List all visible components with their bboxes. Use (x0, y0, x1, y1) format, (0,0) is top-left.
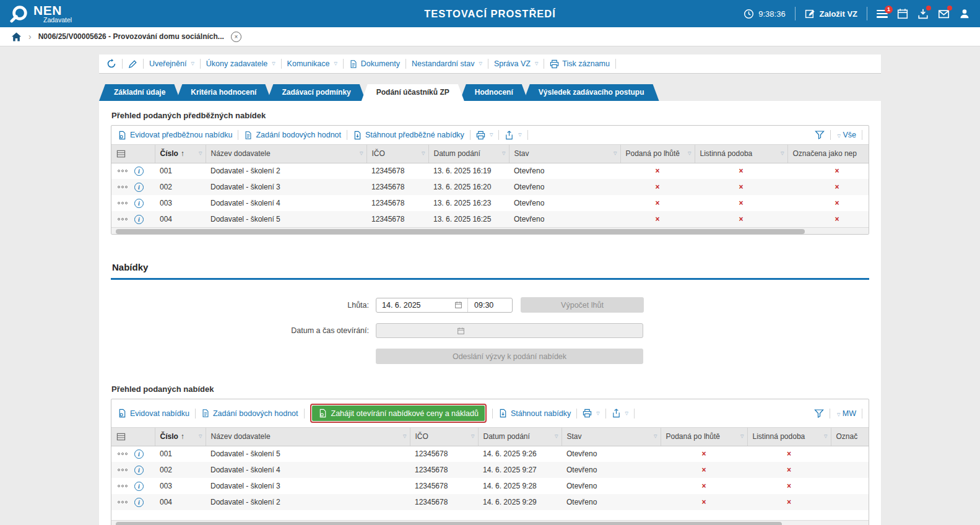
nen-logo[interactable]: NEN Zadavatel (10, 4, 72, 24)
filter-caret-icon[interactable]: ▽ (654, 434, 657, 439)
messages-button[interactable] (938, 8, 950, 20)
enter-points-button[interactable]: Zadání bodových hodnot (244, 131, 341, 140)
info-icon[interactable]: i (134, 498, 144, 507)
filter-caret-icon[interactable]: ▽ (781, 151, 784, 156)
column-header-oznacena[interactable]: Označena jako nep▽ (787, 145, 869, 163)
print-grid-button[interactable]: ▽ (476, 131, 493, 140)
tab-kriteria-hodnoceni[interactable]: Kritéria hodnocení (176, 84, 271, 101)
tab-zadavaci-podminky[interactable]: Zadávací podmínky (267, 84, 365, 101)
info-icon[interactable]: i (134, 183, 144, 192)
deadline-date-value[interactable]: 14. 6. 2025 (376, 301, 454, 310)
row-menu-icon[interactable] (118, 202, 129, 204)
table-row[interactable]: i 003 Dodavatel - školení 4 12345678 13.… (111, 195, 869, 211)
opening-datetime-input[interactable] (376, 323, 643, 338)
print-grid-button[interactable]: ▽ (583, 409, 599, 418)
register-offer-button[interactable]: Evidovat nabídku (118, 409, 189, 418)
tab-podani-ucastniku-zp[interactable]: Podání účastníků ZP (362, 84, 464, 101)
calendar-picker-icon[interactable] (457, 327, 465, 335)
filter-caret-icon[interactable]: ▽ (471, 434, 474, 439)
filter-caret-icon[interactable]: ▽ (614, 151, 617, 156)
deadline-time-value[interactable]: 09:30 (467, 298, 512, 312)
start-opening-offers-button[interactable]: Zahájit otevírání nabídkové ceny a nákla… (312, 406, 485, 421)
download-prelim-offers-button[interactable]: Stáhnout předběžné nabídky (353, 131, 464, 140)
table-row[interactable]: i 001 Dodavatel - školení 5 12345678 14.… (111, 446, 869, 462)
deadline-datetime-input[interactable]: 14. 6. 2025 09:30 (376, 298, 513, 313)
edit-button[interactable] (128, 59, 137, 69)
column-header-dodavatel[interactable]: Název dodavatele▽ (206, 428, 410, 446)
menu-dokumenty[interactable]: Dokumenty (349, 59, 400, 69)
column-header-listinna[interactable]: Listinná podoba▽ (747, 428, 831, 446)
home-button[interactable] (11, 32, 22, 42)
history-button[interactable] (106, 59, 116, 69)
export-grid-button[interactable]: ▽ (505, 131, 521, 140)
row-menu-icon[interactable] (118, 453, 129, 455)
row-menu-icon[interactable] (118, 501, 129, 503)
export-grid-button[interactable]: ▽ (612, 409, 628, 418)
filter-caret-icon[interactable]: ▽ (422, 151, 425, 156)
column-header-cislo[interactable]: Číslo↑▽ (155, 428, 206, 446)
menu-ukony-zadavatele[interactable]: Úkony zadavatele▽ (206, 59, 275, 68)
downloads-button[interactable] (917, 8, 929, 19)
column-header-oznacena[interactable]: Označ (831, 428, 869, 446)
column-header-cislo[interactable]: Číslo↑▽ (155, 145, 206, 163)
column-header-po-lhute[interactable]: Podaná po lhůtě▽ (661, 428, 747, 446)
download-offers-button[interactable]: Stáhnout nabídky (498, 409, 571, 418)
column-header-datum[interactable]: Datum podání▽ (428, 145, 509, 163)
enter-points-button[interactable]: Zadání bodových hodnot (201, 409, 298, 418)
info-icon[interactable]: i (134, 215, 144, 224)
filter-caret-icon[interactable]: ▽ (740, 434, 744, 439)
profile-button[interactable] (959, 8, 970, 19)
tab-hodnoceni[interactable]: Hodnocení (460, 84, 528, 101)
row-menu-icon[interactable] (118, 469, 129, 471)
table-row[interactable]: i 001 Dodavatel - školení 2 12345678 13.… (111, 163, 869, 179)
filter-caret-icon[interactable]: ▽ (688, 151, 691, 156)
row-menu-icon[interactable] (118, 485, 129, 487)
tab-zakladni-udaje[interactable]: Základní údaje (99, 84, 180, 101)
filter-caret-icon[interactable]: ▽ (824, 434, 827, 439)
column-header-stav[interactable]: Stav▽ (562, 428, 661, 446)
filter-button[interactable] (814, 409, 824, 419)
filter-caret-icon[interactable]: ▽ (199, 151, 202, 156)
table-row[interactable]: i 004 Dodavatel - školení 5 12345678 13.… (111, 211, 869, 227)
horizontal-scrollbar[interactable] (111, 227, 869, 234)
create-vz-button[interactable]: Založit VZ (805, 9, 857, 19)
send-call-for-offers-button[interactable]: Odeslání výzvy k podání nabídek (376, 349, 643, 364)
filter-caret-icon[interactable]: ▽ (360, 151, 363, 156)
column-header-ico[interactable]: IČO▽ (366, 145, 428, 163)
menu-uverejneni[interactable]: Uveřejnění▽ (149, 59, 194, 68)
print-record-button[interactable]: Tisk záznamu (550, 59, 610, 69)
row-menu-icon[interactable] (118, 186, 129, 188)
close-record-icon[interactable]: × (231, 32, 241, 42)
column-header-dodavatel[interactable]: Název dodavatele▽ (206, 145, 366, 163)
calendar-picker-icon[interactable] (454, 301, 467, 309)
filter-button[interactable] (815, 130, 825, 140)
info-icon[interactable]: i (134, 167, 144, 176)
menu-button[interactable]: 1 (877, 10, 888, 18)
scrollbar-thumb[interactable] (116, 522, 782, 525)
view-selector[interactable]: ▽ Vše (836, 131, 856, 139)
column-settings-header[interactable] (111, 428, 155, 446)
row-menu-icon[interactable] (118, 218, 129, 220)
column-header-listinna[interactable]: Listinná podoba▽ (695, 145, 787, 163)
table-row[interactable]: i 002 Dodavatel - školení 3 12345678 13.… (111, 179, 869, 195)
info-icon[interactable]: i (134, 466, 144, 475)
column-header-datum[interactable]: Datum podání▽ (478, 428, 562, 446)
horizontal-scrollbar[interactable] (111, 520, 869, 525)
row-menu-icon[interactable] (118, 170, 129, 172)
column-settings-header[interactable] (111, 145, 155, 163)
menu-nestandardni-stav[interactable]: Nestandardní stav▽ (412, 59, 482, 68)
table-row[interactable]: i 002 Dodavatel - školení 4 12345678 14.… (111, 462, 869, 478)
column-header-ico[interactable]: IČO▽ (410, 428, 478, 446)
filter-caret-icon[interactable]: ▽ (403, 434, 406, 439)
menu-sprava-vz[interactable]: Správa VZ▽ (494, 59, 538, 68)
breadcrumb-record[interactable]: N006/25/V00005626 - Provozování domu soc… (38, 32, 224, 41)
tab-vysledek-zadavaciho-postupu[interactable]: Výsledek zadávacího postupu (524, 84, 659, 101)
register-prelim-offer-button[interactable]: Evidovat předběžnou nabídku (118, 131, 232, 140)
filter-caret-icon[interactable]: ▽ (199, 434, 202, 439)
info-icon[interactable]: i (134, 449, 144, 459)
scrollbar-thumb[interactable] (116, 229, 805, 234)
calendar-button[interactable] (897, 8, 908, 19)
column-header-po-lhute[interactable]: Podaná po lhůtě▽ (620, 145, 695, 163)
view-selector[interactable]: ▽ MW (836, 409, 856, 418)
calculate-deadlines-button[interactable]: Výpočet lhůt (521, 297, 644, 313)
